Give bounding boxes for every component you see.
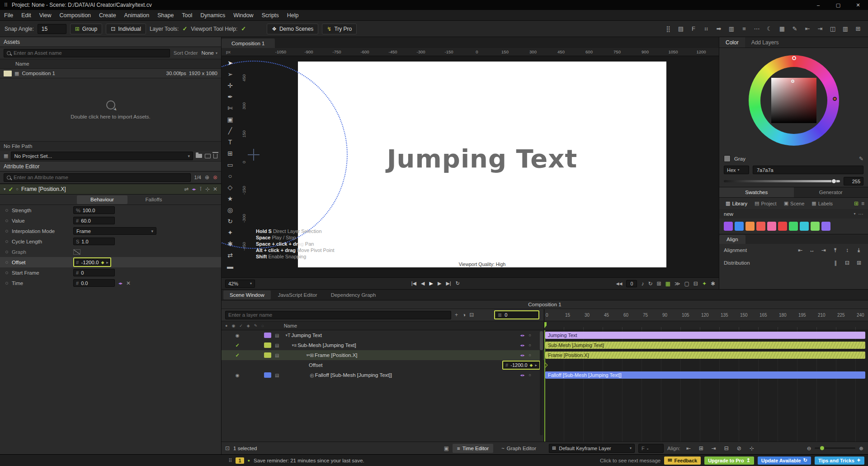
align-rows-icon[interactable]: ⊟ <box>722 444 731 452</box>
viewport-tab-composition[interactable]: Composition 1 <box>222 38 275 48</box>
hex-mode-dropdown[interactable]: Hex▾ <box>724 166 749 174</box>
graph-editor-button[interactable]: ~Graph Editor <box>497 444 541 453</box>
layer-color-chip[interactable] <box>264 352 271 358</box>
distribute-h-icon[interactable]: ∥ <box>831 259 840 267</box>
viewport-tool-icon[interactable]: ⇄ <box>223 249 237 261</box>
toolbar-icon[interactable]: F <box>688 24 699 34</box>
settings-gear-icon[interactable]: ✱ <box>711 281 715 287</box>
grid-view-icon[interactable]: ⊞ <box>854 200 859 207</box>
time-editor-button[interactable]: ≡Time Editor <box>453 444 493 453</box>
zoom-out-icon[interactable]: ⊖ <box>807 445 811 452</box>
hue-selector-dot[interactable] <box>792 56 796 60</box>
color-swatch[interactable] <box>735 222 744 231</box>
tab-falloffs[interactable]: Falloffs <box>128 195 179 204</box>
layer-name[interactable]: Falloff [Sub-Mesh [Jumping Text]] <box>315 372 392 378</box>
tab-library[interactable]: ▥Library <box>723 200 750 208</box>
tab-behaviour[interactable]: Behaviour <box>77 195 127 204</box>
viewport-tool-icon[interactable]: ⊞ <box>223 147 237 159</box>
viewport-tool-icon[interactable]: ✄ <box>223 102 237 114</box>
tab-project[interactable]: ▤Project <box>752 200 779 208</box>
visibility-eye-icon[interactable]: ◉ <box>234 333 241 338</box>
toolbar-icon[interactable]: ⊞ <box>853 24 863 34</box>
toolbar-icon[interactable]: ⇥ <box>815 24 826 34</box>
tab-scene[interactable]: ▣Scene <box>781 200 807 208</box>
keyframe-nav-icons[interactable]: ◂▸ <box>520 353 525 357</box>
keyframe-layer-dropdown[interactable]: ⊞Default Keyframe Layer▾ <box>549 444 635 453</box>
timeline-bar-sub-mesh[interactable]: Sub-Mesh [Jumping Text] <box>545 342 865 349</box>
keyframe-diamond-icon[interactable]: ◆ <box>530 363 533 367</box>
viewport-tool-icon[interactable]: ✦ <box>223 227 237 238</box>
timeline-ruler[interactable]: 0153045607590105120135150165180195210225… <box>544 309 868 321</box>
color-swatch[interactable] <box>789 222 798 231</box>
menu-item[interactable]: Window <box>229 12 257 19</box>
timeline-toggle-icon[interactable]: ▤ <box>275 353 279 358</box>
menu-item[interactable]: Shape <box>153 12 178 19</box>
timeline-toggle-icon[interactable]: ▤ <box>275 373 279 378</box>
timeline-toggle-icon[interactable]: ▤ <box>275 343 279 348</box>
canvas-text-layer[interactable]: Jumping Text <box>298 144 666 173</box>
menu-item[interactable]: Edit <box>17 12 35 19</box>
color-selector-dot[interactable] <box>833 97 837 101</box>
keyframe-next-icon[interactable]: ▸ <box>106 260 108 265</box>
menu-item[interactable]: Animation <box>120 12 154 19</box>
toolbar-icon[interactable]: ▤ <box>675 24 686 34</box>
asset-row-composition[interactable]: ▦ Composition 1 30.00fps 1920 x 1080 <box>0 69 221 78</box>
color-swatch[interactable] <box>821 222 830 231</box>
viewport-tool-icon[interactable]: ➢ <box>223 68 237 80</box>
feedback-button[interactable]: ✉Feedback <box>664 456 701 465</box>
tab-scene-window[interactable]: Scene Window <box>223 290 271 300</box>
timeline-bar-jumping-text[interactable]: Jumping Text <box>545 332 865 339</box>
go-to-end-button[interactable]: ▶| <box>446 281 451 286</box>
toolbar-icon[interactable]: ✎ <box>789 24 800 34</box>
hex-value-field[interactable]: 7a7a7a <box>753 166 863 174</box>
viewport-tool-icon[interactable]: ╱ <box>223 125 237 136</box>
color-swatch[interactable] <box>811 222 820 231</box>
align-grid-icon[interactable]: ⊞ <box>697 444 706 452</box>
close-icon[interactable]: ✕ <box>213 186 217 192</box>
tab-swatches[interactable]: Swatches <box>719 187 794 197</box>
alpha-slider-knob[interactable] <box>831 179 836 184</box>
state-circle-icon[interactable]: ○ <box>529 353 531 357</box>
tab-labels[interactable]: ▦Labels <box>809 200 835 208</box>
viewport-tool-icon[interactable]: ✛ <box>223 80 237 91</box>
menu-item[interactable]: Scripts <box>258 12 283 19</box>
zoom-dropdown[interactable]: 42%▾ <box>225 280 255 288</box>
layer-row-offset[interactable]: Offset # -1200.0 ◆ ▸ <box>222 360 544 370</box>
filter-icon[interactable]: ⊕ <box>205 174 209 181</box>
sv-selector-dot[interactable] <box>791 80 794 83</box>
start-frame-field[interactable]: #0 <box>73 269 115 276</box>
viewport-quality-label[interactable]: Viewport Quality: High <box>459 262 506 267</box>
keyframe-nav-icons[interactable]: ◂▸ <box>520 343 525 347</box>
current-frame-field-highlighted[interactable]: ≣ 0 <box>494 310 539 319</box>
playhead-marker[interactable] <box>544 322 547 328</box>
toolbar-icon[interactable]: ≡ <box>739 24 750 34</box>
tab-color[interactable]: Color <box>719 37 745 48</box>
toolbar-icon[interactable]: ⠶ <box>701 24 712 34</box>
zoom-slider-knob[interactable] <box>820 446 824 450</box>
step-forward-button[interactable]: ▶ <box>438 281 441 286</box>
state-circle-icon[interactable]: ○ <box>529 343 531 347</box>
graph-curve-icon[interactable] <box>73 249 80 255</box>
enabled-check-icon[interactable]: ✓ <box>234 342 241 348</box>
alpha-value-field[interactable]: 255 <box>844 177 863 185</box>
toolbar-icon[interactable]: ➡ <box>713 24 724 34</box>
loop-button[interactable]: ↻ <box>456 281 460 286</box>
align-left-icon[interactable]: ⇤ <box>796 246 805 254</box>
list-options-icon[interactable]: ⊟ <box>469 312 474 318</box>
toolbar-icon[interactable]: ◫ <box>827 24 838 34</box>
menu-item[interactable]: Dynamics <box>196 12 229 19</box>
individual-button[interactable]: ⊡Individual <box>106 24 146 34</box>
layer-row-frame-position-x[interactable]: ✓ ▤ ▾ • ⊞ Frame [Position.X] ◂▸○ <box>222 350 544 360</box>
saturation-value-square[interactable] <box>771 78 816 123</box>
color-swatch[interactable] <box>724 222 733 231</box>
layer-list-scrollbar[interactable] <box>540 331 543 435</box>
viewport-tool-icon[interactable]: ↻ <box>223 215 237 227</box>
value-field[interactable]: #60.0 <box>73 217 115 224</box>
viewport-area[interactable]: Jumping Text Viewport Quality: High ➤➢✛✒… <box>222 56 719 277</box>
layer-row-jumping-text[interactable]: ◉ ▤ ▾ T Jumping Text ◂▸○ <box>222 330 544 340</box>
toolbar-icon[interactable]: ☾ <box>764 24 775 34</box>
viewport-tool-icon[interactable]: ✒ <box>223 91 237 102</box>
viewport-tool-icon[interactable]: ✱ <box>223 238 237 249</box>
asset-import-dropzone[interactable]: Double click here to import Assets. <box>0 78 221 142</box>
tab-dependency-graph[interactable]: Dependency Graph <box>325 290 382 300</box>
